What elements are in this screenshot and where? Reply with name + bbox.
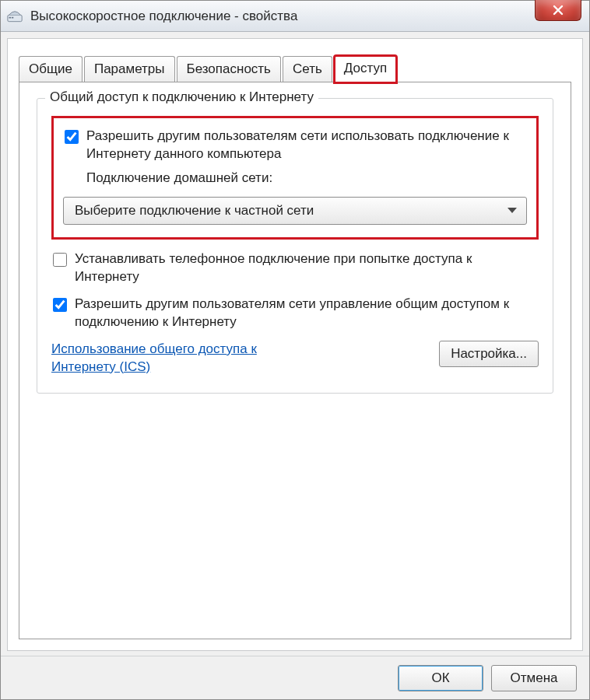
option-allow-share: Разрешить другим пользователям сети испо… [63, 128, 527, 187]
properties-dialog: Высокоскоростное подключение - свойства … [0, 0, 590, 700]
highlight-allow-share: Разрешить другим пользователям сети испо… [51, 116, 539, 240]
dialog-footer: ОК Отмена [1, 656, 589, 699]
groupbox-legend: Общий доступ к подключению к Интернету [45, 89, 318, 105]
tab-params[interactable]: Параметры [84, 56, 175, 83]
link-ics-help[interactable]: Использование общего доступа к Интернету… [51, 341, 308, 376]
modem-icon [7, 10, 23, 23]
option-allow-control: Разрешить другим пользователям сети упра… [51, 296, 539, 331]
ics-link-row: Использование общего доступа к Интернету… [51, 341, 539, 376]
tab-network[interactable]: Сеть [283, 56, 332, 83]
option-dial-on-demand: Устанавливать телефонное подключение при… [51, 250, 539, 286]
svg-rect-2 [12, 16, 13, 18]
tab-general[interactable]: Общие [19, 56, 83, 83]
ics-groupbox: Общий доступ к подключению к Интернету Р… [37, 98, 553, 394]
label-allow-share: Разрешить другим пользователям сети испо… [86, 128, 527, 187]
checkbox-dial-on-demand[interactable] [53, 253, 67, 267]
label-home-connection: Подключение домашней сети: [86, 170, 527, 187]
close-icon [553, 5, 564, 16]
titlebar: Высокоскоростное подключение - свойства [1, 1, 589, 32]
tabpage-sharing: Общий доступ к подключению к Интернету Р… [19, 82, 571, 639]
window-title: Высокоскоростное подключение - свойства [30, 9, 297, 24]
ok-button[interactable]: ОК [398, 665, 483, 691]
close-button[interactable] [535, 0, 581, 21]
checkbox-allow-share[interactable] [65, 130, 79, 144]
dropdown-home-connection[interactable]: Выберите подключение к частной сети [63, 197, 527, 225]
tabstrip: Общие Параметры Безопасность Сеть Доступ [8, 39, 582, 82]
label-dial-on-demand: Устанавливать телефонное подключение при… [75, 250, 539, 286]
tab-sharing[interactable]: Доступ [334, 55, 397, 83]
svg-rect-1 [9, 16, 12, 18]
checkbox-allow-control[interactable] [53, 298, 67, 312]
label-allow-control: Разрешить другим пользователям сети упра… [75, 296, 539, 331]
settings-button[interactable]: Настройка... [439, 341, 539, 367]
cancel-button[interactable]: Отмена [491, 665, 577, 691]
dropdown-value: Выберите подключение к частной сети [75, 203, 314, 219]
client-area: Общие Параметры Безопасность Сеть Доступ… [7, 38, 583, 651]
chevron-down-icon [507, 208, 517, 213]
tab-security[interactable]: Безопасность [177, 56, 281, 83]
